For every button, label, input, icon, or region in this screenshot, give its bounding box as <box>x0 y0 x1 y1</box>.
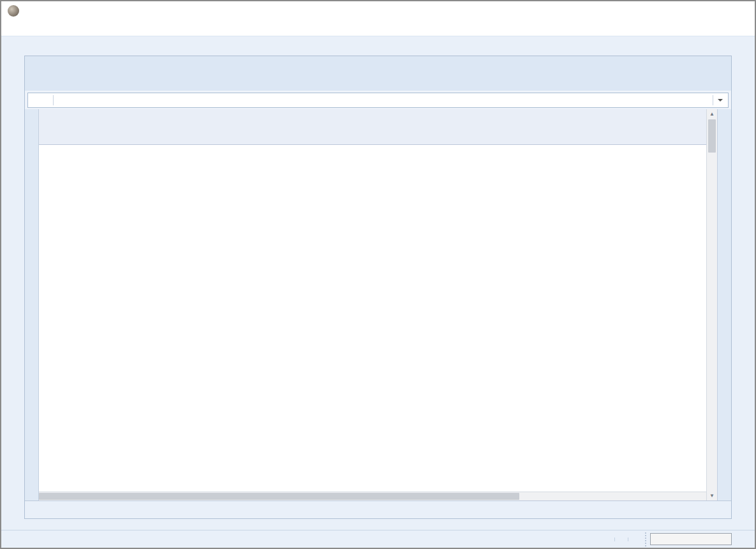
panels-strip <box>717 109 731 500</box>
status-bar <box>1 530 755 548</box>
filter-row <box>25 91 731 109</box>
timezone-indicator[interactable] <box>614 538 628 541</box>
memory-widget <box>645 532 748 546</box>
bottom-gap <box>1 519 755 530</box>
result-toolbar <box>25 500 731 518</box>
filter-history-caret[interactable] <box>718 99 723 102</box>
grid-wrap: ▲ ▼ <box>25 109 731 500</box>
divider <box>713 95 713 105</box>
grid-main <box>39 109 706 500</box>
workspace: ▲ ▼ <box>1 56 755 519</box>
scroll-down-icon[interactable]: ▼ <box>707 491 717 500</box>
breadcrumb <box>725 73 731 91</box>
result-tab-strip <box>25 73 731 91</box>
menu-bar <box>1 20 755 36</box>
scroll-up-icon[interactable]: ▲ <box>707 109 717 119</box>
right-view-strip <box>732 56 755 519</box>
hscroll-thumb[interactable] <box>39 493 519 500</box>
divider <box>53 95 54 105</box>
dbeaver-window: ▲ ▼ <box>0 0 756 549</box>
filter-input[interactable] <box>70 96 697 105</box>
language-indicator[interactable] <box>628 538 641 541</box>
title-bar <box>1 1 755 20</box>
gc-trash-icon[interactable] <box>734 532 748 546</box>
memory-gauge <box>650 533 732 545</box>
presentation-tabs <box>25 109 39 500</box>
vertical-scrollbar[interactable]: ▲ ▼ <box>706 109 717 500</box>
horizontal-scrollbar[interactable] <box>39 492 706 500</box>
grid-header <box>39 109 706 145</box>
app-icon <box>8 5 19 17</box>
vscroll-thumb[interactable] <box>708 119 716 153</box>
main-toolbar <box>1 36 755 56</box>
apply-filter-icon[interactable] <box>697 94 709 107</box>
table-icon <box>31 94 43 107</box>
editor-area: ▲ ▼ <box>24 56 732 519</box>
editor-tab-strip <box>25 56 731 73</box>
grid-rows <box>39 145 706 492</box>
expand-resizer-icon[interactable] <box>57 94 70 107</box>
left-view-strip <box>1 56 24 519</box>
filter-box <box>27 93 729 108</box>
